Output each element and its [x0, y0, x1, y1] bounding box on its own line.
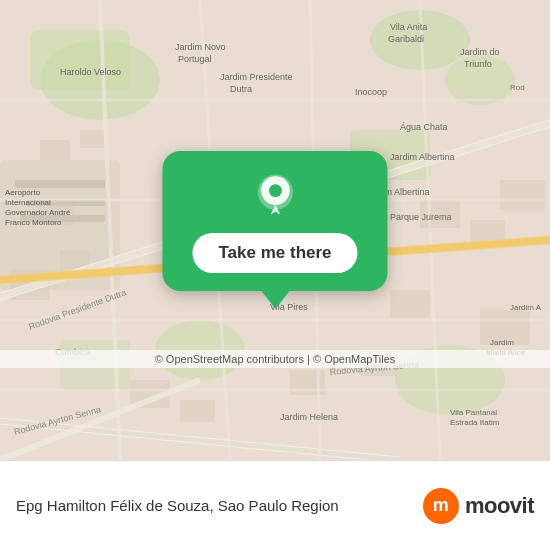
svg-rect-18 [390, 290, 430, 318]
svg-text:Água Chata: Água Chata [400, 122, 448, 132]
card-pointer [261, 291, 289, 309]
svg-text:Aeroporto: Aeroporto [5, 188, 41, 197]
location-text: Epg Hamilton Félix de Souza, Sao Paulo R… [16, 497, 423, 514]
svg-text:Estrada Itatim: Estrada Itatim [450, 418, 500, 427]
svg-text:Jardim: Jardim [490, 338, 514, 347]
button-overlay: Take me there [162, 151, 387, 309]
svg-rect-15 [470, 220, 505, 242]
svg-text:Internacional: Internacional [5, 198, 51, 207]
info-bar: Epg Hamilton Félix de Souza, Sao Paulo R… [0, 460, 550, 550]
svg-text:Governador André: Governador André [5, 208, 71, 217]
svg-rect-10 [80, 130, 105, 148]
svg-text:Haroldo Veloso: Haroldo Veloso [60, 67, 121, 77]
svg-rect-2 [30, 30, 130, 90]
map-attribution: © OpenStreetMap contributors | © OpenMap… [0, 350, 550, 368]
svg-text:Jardim Albertina: Jardim Albertina [390, 152, 455, 162]
svg-text:Franco Montoro: Franco Montoro [5, 218, 62, 227]
moovit-logo: m moovit [423, 488, 534, 524]
svg-text:Triunfo: Triunfo [464, 59, 492, 69]
svg-text:Vila Anita: Vila Anita [390, 22, 427, 32]
svg-point-76 [269, 184, 282, 197]
svg-rect-22 [180, 400, 215, 422]
svg-text:Jardim Presidente: Jardim Presidente [220, 72, 293, 82]
map-container: Haroldo Veloso Jardim Novo Portugal Vila… [0, 0, 550, 460]
svg-text:Jardim do: Jardim do [460, 47, 500, 57]
svg-text:Portugal: Portugal [178, 54, 212, 64]
svg-rect-24 [15, 180, 105, 188]
moovit-icon: m [423, 488, 459, 524]
svg-text:Jardim A: Jardim A [510, 303, 542, 312]
location-pin-icon [251, 173, 299, 221]
svg-text:Garibaldi: Garibaldi [388, 34, 424, 44]
svg-text:Rod: Rod [510, 83, 525, 92]
svg-text:Vila Pantanal: Vila Pantanal [450, 408, 497, 417]
svg-rect-9 [40, 140, 70, 160]
svg-text:Dutra: Dutra [230, 84, 252, 94]
svg-text:Inocoop: Inocoop [355, 87, 387, 97]
svg-rect-16 [500, 180, 545, 210]
moovit-text: moovit [465, 493, 534, 519]
svg-text:Jardim Helena: Jardim Helena [280, 412, 338, 422]
card-panel: Take me there [162, 151, 387, 291]
take-me-there-button[interactable]: Take me there [192, 233, 357, 273]
svg-text:Parque Jurema: Parque Jurema [390, 212, 452, 222]
svg-text:Jardim Novo: Jardim Novo [175, 42, 226, 52]
